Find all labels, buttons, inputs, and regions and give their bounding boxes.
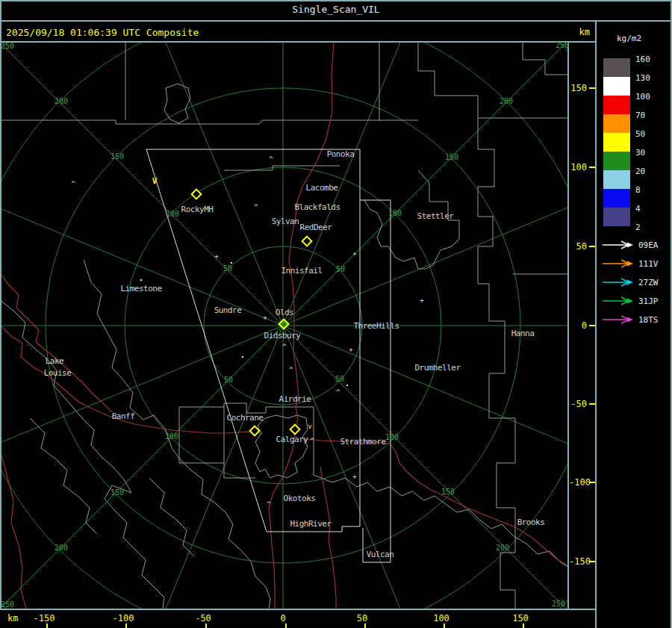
bottom-axis-tick	[125, 624, 127, 628]
city-label-innisfail: Innisfail	[281, 266, 322, 276]
radar-viewer-window: Single_Scan_VIL 2025/09/18 01:06:39 UTC …	[0, 0, 672, 628]
town-marker: ^	[254, 204, 258, 211]
ring-distance-label: 200	[55, 97, 68, 105]
radar-site-arrow-icon	[602, 296, 636, 306]
city-label-ponoka: Ponoka	[327, 149, 355, 159]
colorbar-tick-label: 4	[635, 204, 641, 214]
city-label-sylvan: Sylvan	[272, 217, 299, 226]
city-label-airdrie: Airdrie	[279, 394, 311, 404]
right-axis-label: 100	[569, 162, 587, 172]
town-marker: +	[352, 473, 356, 480]
colorbar-tick-label: 130	[635, 73, 650, 83]
ring-distance-label: 200	[496, 544, 509, 552]
ring-distance-label: 50	[223, 264, 232, 273]
radar-site-id: 18TS	[638, 315, 659, 325]
city-label-reddeer: RedDeer	[300, 223, 332, 232]
town-marker: ^	[336, 389, 340, 396]
bottom-axis-unit-label: km	[7, 613, 18, 624]
right-axis-label: 0	[569, 320, 587, 331]
right-axis-tick	[589, 246, 595, 247]
ring-distance-label: 50	[224, 376, 233, 384]
ring-distance-label: 50	[336, 265, 345, 273]
ring-distance-label: 250	[1, 600, 14, 609]
ring-distance-label: 150	[111, 488, 124, 497]
colorbar-swatch	[603, 77, 630, 96]
bottom-axis-tick	[285, 624, 287, 628]
city-label-stettler: Stettler	[417, 211, 454, 221]
town-marker: +	[214, 253, 218, 260]
colorbar-tick-label: 50	[635, 129, 645, 139]
range-rings-group	[0, 0, 672, 628]
right-axis-tick	[589, 87, 595, 89]
right-axis-label: 50	[569, 241, 587, 252]
colorbar-tick-label: 100	[635, 92, 650, 102]
town-marker: ^	[269, 156, 273, 163]
colorbar-tick-label: 2	[635, 223, 641, 232]
city-label-strathmore: Strathmore	[340, 437, 385, 447]
bottom-axis-label: -50	[195, 613, 211, 624]
colorbar-swatch	[603, 96, 630, 114]
ring-distance-label: 250	[556, 41, 569, 49]
radar-site-id: 09EA	[638, 240, 659, 250]
town-marker: ^	[282, 343, 286, 350]
azimuth-radial	[127, 326, 283, 628]
colorbar-swatch	[603, 114, 630, 133]
storm-motion-arrow: V	[152, 178, 158, 185]
bottom-axis-label: -150	[34, 613, 55, 624]
city-label-threehills: ThreeHills	[353, 321, 399, 331]
bottom-axis-tick	[205, 624, 207, 628]
ring-distance-label: 100	[166, 210, 179, 218]
town-marker: +	[420, 297, 423, 304]
city-label-okotoks: Okotoks	[284, 494, 316, 503]
ring-distance-label: 150	[445, 153, 458, 161]
bottom-axis-label: 150	[512, 613, 529, 624]
city-label-didsbury: Didsbury	[264, 331, 301, 341]
city-label-lake: Lake	[46, 356, 64, 366]
right-axis-tick	[589, 167, 595, 168]
city-label-vulcan: Vulcan	[367, 550, 394, 559]
azimuth-radial	[283, 38, 570, 326]
right-axis-label: -50	[569, 399, 587, 409]
town-marker	[346, 385, 348, 386]
right-axis-tick	[589, 482, 595, 483]
radar-site-id: 31JP	[638, 296, 659, 306]
right-axis-tick	[589, 325, 595, 326]
town-marker	[231, 262, 232, 264]
ring-distance-label: 100	[165, 432, 178, 441]
ring-distance-label: 250	[552, 600, 565, 608]
right-axis-tick	[589, 403, 595, 405]
colorbar-tick-label: 8	[635, 185, 641, 195]
colorbar-swatch	[603, 58, 630, 77]
colorbar-tick-label: 160	[635, 55, 650, 64]
city-label-cochrane: Cochrane	[227, 413, 264, 423]
colorbar-swatch	[603, 170, 630, 189]
town-marker: ^	[310, 438, 314, 444]
radar-site-arrow-icon	[602, 277, 636, 287]
azimuth-radial	[283, 326, 659, 482]
city-label-rockymh: RockyMH	[181, 205, 214, 214]
city-label-olds: Olds	[276, 308, 294, 317]
bottom-axis-tick	[364, 624, 366, 628]
bottom-axis-tick	[46, 624, 48, 628]
radar-site-id: 27ZW	[638, 278, 659, 287]
ring-distance-label: 150	[111, 152, 124, 161]
ring-distance-label: 200	[500, 97, 513, 105]
radar-map-canvas	[0, 0, 672, 628]
ring-distance-label: 200	[55, 544, 68, 552]
bottom-axis-tick	[523, 624, 524, 628]
radar-site-arrow-icon	[602, 314, 636, 325]
colorbar-tick-label: 30	[635, 148, 645, 158]
city-label-highriver: HighRiver	[290, 519, 331, 529]
city-label-drumheller: Drumheller	[414, 363, 460, 373]
ring-distance-label: 100	[385, 433, 399, 441]
storm-motion-arrow: v	[308, 423, 311, 430]
town-marker: +	[349, 346, 352, 353]
colorbar-swatch	[603, 152, 630, 170]
city-label-banff: Banff	[112, 411, 135, 421]
colorbar-swatch	[603, 208, 630, 226]
town-marker	[242, 356, 243, 358]
bottom-axis-label: 50	[357, 613, 367, 624]
azimuth-radial	[283, 0, 439, 326]
right-axis-label: 150	[569, 83, 587, 93]
colorbar-swatch	[603, 189, 630, 208]
